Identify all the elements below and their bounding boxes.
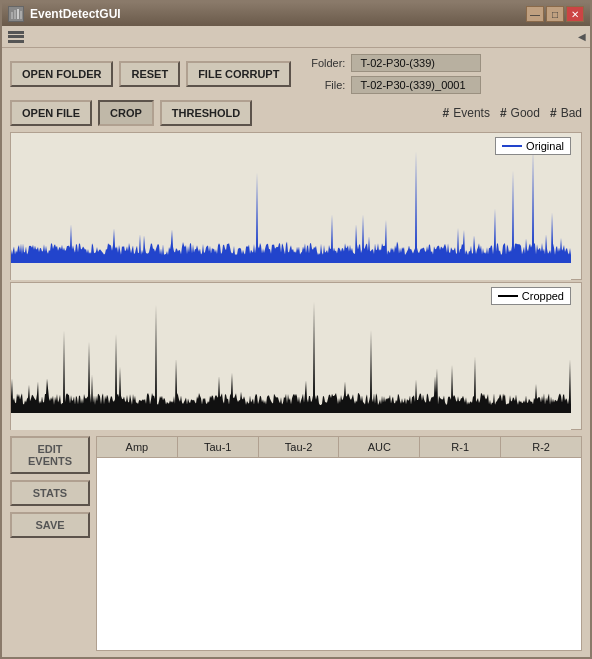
folder-row: Folder: T-02-P30-(339) <box>307 54 481 72</box>
file-label: File: <box>307 79 345 91</box>
charts-area: Original Cropped <box>10 132 582 430</box>
title-bar: EventDetectGUI — □ ✕ <box>2 2 590 26</box>
cropped-chart-label: Cropped <box>491 287 571 305</box>
good-label: Good <box>511 106 540 120</box>
events-label: Events <box>453 106 490 120</box>
app-icon <box>8 6 24 22</box>
col-tau2: Tau-2 <box>259 437 340 457</box>
cropped-legend-line <box>498 295 518 297</box>
file-info-panel: Folder: T-02-P30-(339) File: T-02-P30-(3… <box>307 54 481 94</box>
file-value: T-02-P30-(339)_0001 <box>351 76 481 94</box>
toolbar-row-2: OPEN FILE CROP THRESHOLD # Events # Good… <box>10 100 582 126</box>
good-counter: # Good <box>500 106 540 120</box>
col-r1: R-1 <box>420 437 501 457</box>
bad-counter: # Bad <box>550 106 582 120</box>
window-title: EventDetectGUI <box>30 7 121 21</box>
open-file-button[interactable]: OPEN FILE <box>10 100 92 126</box>
data-table: Amp Tau-1 Tau-2 AUC R-1 R-2 <box>96 436 582 651</box>
minimize-button[interactable]: — <box>526 6 544 22</box>
save-button[interactable]: SAVE <box>10 512 90 538</box>
events-hash: # <box>443 106 450 120</box>
svg-rect-1 <box>14 10 16 19</box>
folder-label: Folder: <box>307 57 345 69</box>
folder-value: T-02-P30-(339) <box>351 54 481 72</box>
col-auc: AUC <box>339 437 420 457</box>
main-window: EventDetectGUI — □ ✕ ◀ OPEN FOLDER RESET… <box>0 0 592 659</box>
table-header: Amp Tau-1 Tau-2 AUC R-1 R-2 <box>97 437 581 458</box>
menu-arrow: ◀ <box>578 31 586 42</box>
original-chart-label: Original <box>495 137 571 155</box>
cropped-label-text: Cropped <box>522 290 564 302</box>
menu-icon[interactable] <box>6 29 26 45</box>
file-corrupt-button[interactable]: FILE CORRUPT <box>186 61 291 87</box>
col-r2: R-2 <box>501 437 581 457</box>
title-bar-left: EventDetectGUI <box>8 6 121 22</box>
counters-row: # Events # Good # Bad <box>443 106 582 120</box>
close-button[interactable]: ✕ <box>566 6 584 22</box>
original-label-text: Original <box>526 140 564 152</box>
good-hash: # <box>500 106 507 120</box>
main-content: OPEN FOLDER RESET FILE CORRUPT Folder: T… <box>2 48 590 657</box>
maximize-button[interactable]: □ <box>546 6 564 22</box>
reset-button[interactable]: RESET <box>119 61 180 87</box>
svg-rect-3 <box>20 11 22 19</box>
cropped-chart: Cropped <box>10 282 582 430</box>
table-body <box>97 458 581 645</box>
bad-label: Bad <box>561 106 582 120</box>
menu-bar: ◀ <box>2 26 590 48</box>
file-row: File: T-02-P30-(339)_0001 <box>307 76 481 94</box>
bottom-area: EDIT EVENTS STATS SAVE Amp Tau-1 Tau-2 A… <box>10 436 582 651</box>
open-folder-button[interactable]: OPEN FOLDER <box>10 61 113 87</box>
original-chart: Original <box>10 132 582 280</box>
events-counter: # Events <box>443 106 490 120</box>
svg-rect-0 <box>11 12 13 19</box>
stats-button[interactable]: STATS <box>10 480 90 506</box>
edit-events-button[interactable]: EDIT EVENTS <box>10 436 90 474</box>
original-legend-line <box>502 145 522 147</box>
left-buttons: EDIT EVENTS STATS SAVE <box>10 436 90 651</box>
svg-rect-2 <box>17 9 19 19</box>
col-tau1: Tau-1 <box>178 437 259 457</box>
toolbar-row-1: OPEN FOLDER RESET FILE CORRUPT Folder: T… <box>10 54 582 94</box>
crop-button[interactable]: CROP <box>98 100 154 126</box>
col-amp: Amp <box>97 437 178 457</box>
window-controls: — □ ✕ <box>526 6 584 22</box>
bad-hash: # <box>550 106 557 120</box>
threshold-button[interactable]: THRESHOLD <box>160 100 252 126</box>
